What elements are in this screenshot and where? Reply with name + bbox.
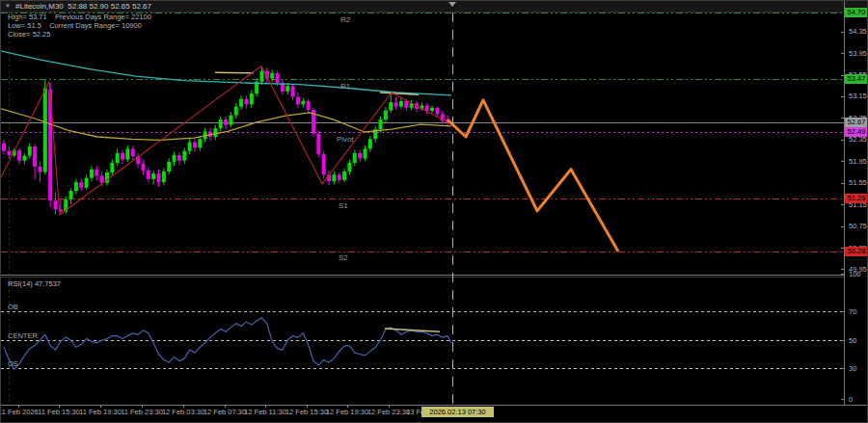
price-tick-label: 51.95 (849, 157, 867, 166)
candle-body (285, 86, 289, 92)
info-line-close: Close= 52.25 (8, 30, 50, 39)
price-tickmark (841, 75, 844, 76)
crosshair-vline[interactable] (452, 13, 453, 404)
highs-trendline (215, 72, 254, 73)
candle-body (173, 155, 176, 162)
candle-body (364, 148, 367, 158)
candle-body (22, 156, 26, 161)
rsi-os-label: OS (8, 359, 18, 368)
rsi-tick-label: 0 (849, 395, 853, 404)
candle-body (234, 107, 238, 116)
rsi-tickmark (841, 274, 844, 275)
time-axis-label: 11 Feb 15:30 (38, 408, 80, 416)
candle-body (125, 148, 129, 159)
price-tickmark (841, 96, 844, 97)
price-badge-r2: 54.70 (845, 8, 868, 17)
rsi-ob-label: OB (8, 303, 18, 311)
candle-body (198, 139, 202, 147)
candle-body (353, 153, 357, 163)
price-tickmark (841, 204, 844, 205)
crosshair-time-badge: 2026.02.13 07:30 (421, 407, 494, 417)
rsi-tick-label: 100 (849, 270, 861, 278)
chart-window: ▼ #Litecoin,M30 52.88 52.90 52.65 52.67 … (0, 0, 868, 423)
time-axis-separator (1, 405, 868, 406)
candle-body (7, 151, 11, 155)
info-line-low: Low= 51.5 Current Days Range= 10900 (8, 21, 142, 30)
time-tickmark (59, 405, 60, 408)
candle-body (38, 167, 41, 172)
rsi-tick-label: 50 (849, 336, 856, 345)
candle-body (33, 146, 37, 167)
time-tickmark (347, 405, 348, 408)
time-axis-label: 12 Feb 19:30 (326, 408, 368, 416)
time-axis-label: 12 Feb 23:30 (367, 408, 410, 416)
candle-body (358, 153, 362, 159)
candle-body (79, 182, 83, 188)
candle-body (384, 111, 388, 120)
price-badge-r1: 53.47 (845, 74, 868, 84)
rsi-ma-segment (385, 329, 440, 331)
price-badge-pivot: 52.49 (845, 127, 868, 137)
candle-body (151, 173, 155, 179)
price-tickmark (841, 161, 844, 162)
candle-body (43, 89, 47, 172)
candle-body (69, 191, 73, 199)
candle-body (2, 144, 6, 151)
candle-body (182, 151, 186, 161)
price-chart-canvas[interactable] (1, 1, 844, 405)
candle-body (379, 119, 383, 129)
time-tickmark (183, 405, 184, 408)
candle-body (322, 154, 326, 174)
time-axis-label: 11 Feb 19:30 (79, 408, 122, 416)
candle-body (229, 116, 232, 125)
price-tick-label: 54.35 (849, 27, 867, 36)
candle-body (54, 200, 58, 209)
candle-body (177, 155, 181, 161)
candle-body (147, 171, 150, 179)
time-tickmark (100, 405, 101, 408)
price-tickmark (841, 32, 844, 33)
rsi-tickmark (841, 340, 844, 341)
candle-body (368, 139, 372, 148)
candle-body (270, 73, 274, 79)
candle-body (301, 101, 305, 104)
candle-body (121, 153, 124, 160)
candle-body (193, 143, 197, 148)
candle-body (404, 101, 408, 108)
rsi-tick-label: 70 (849, 307, 856, 316)
candle-body (296, 97, 300, 105)
candle-body (17, 150, 21, 161)
rsi-center-label: CENTER (8, 331, 38, 340)
time-axis-label: 11 Feb 23:30 (121, 408, 163, 416)
rsi-tick-label: 30 (849, 364, 856, 373)
info-line-high: High= 53.71 Previous Days Range= 22100 (8, 13, 151, 21)
candle-body (276, 73, 280, 83)
candle-body (291, 86, 295, 96)
projection-line (448, 100, 618, 251)
candle-body (244, 99, 248, 105)
candle-body (28, 146, 32, 156)
price-tickmark (841, 140, 844, 141)
time-axis-label: 12 Feb 11:30 (244, 408, 286, 416)
candle-body (394, 102, 398, 106)
s1-label: S1 (339, 201, 348, 210)
price-badge-s2: 50.28 (845, 247, 868, 256)
candle-body (141, 164, 145, 171)
r1-label: R1 (340, 82, 350, 91)
time-tickmark (389, 405, 390, 408)
candle-body (332, 174, 336, 181)
candle-body (157, 173, 161, 182)
panel-separator[interactable] (1, 275, 844, 276)
crosshair-marker-icon (448, 2, 456, 7)
candle-body (110, 163, 114, 172)
price-tickmark (841, 269, 844, 270)
price-tick-label: 51.55 (849, 178, 867, 187)
rsi-tickmark (841, 311, 844, 312)
candle-body (90, 170, 94, 178)
candle-body (338, 174, 341, 180)
time-axis-label: 12 Feb 15:30 (285, 408, 328, 416)
candle-body (260, 71, 264, 82)
s2-label: S2 (339, 253, 348, 262)
candle-body (307, 101, 311, 110)
candle-body (239, 99, 243, 107)
